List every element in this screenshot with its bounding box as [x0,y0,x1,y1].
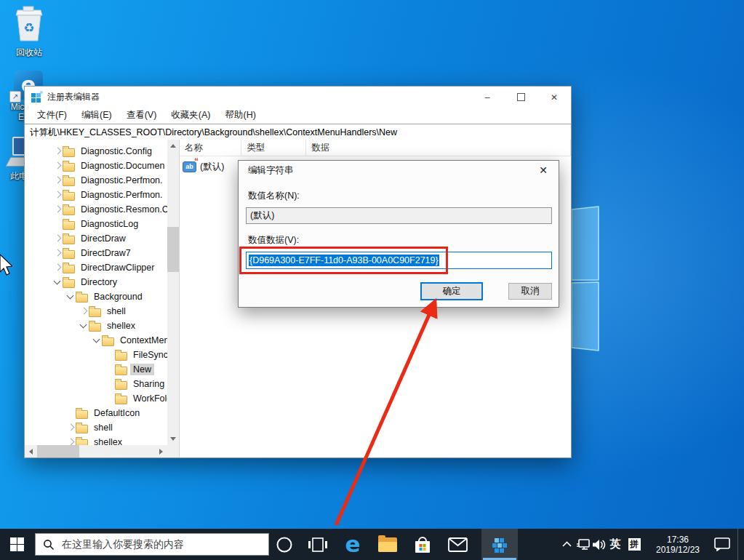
expand-icon[interactable] [52,190,63,200]
tray-network-button[interactable] [575,529,592,560]
network-icon [576,538,591,551]
tree-item-label: Diagnostic.Perfmon. [78,175,166,186]
tree-item[interactable]: shellex [25,319,167,333]
minimize-button[interactable]: – [471,87,504,108]
taskbar-cortana-button[interactable] [268,529,300,560]
menu-item[interactable]: 查看(V) [119,108,164,123]
tree-item[interactable]: shell [25,420,167,435]
dialog-close-icon[interactable]: ✕ [532,162,554,178]
tree-item[interactable]: WorkFolders [25,391,167,406]
tree-item-label: shellex [91,436,125,445]
expand-icon[interactable] [52,233,63,244]
column-header[interactable]: 名称 [180,140,241,156]
chevron-up-icon [562,541,572,548]
desktop-icon-label: 回收站 [6,47,52,57]
collapse-icon[interactable] [52,277,63,287]
expand-icon[interactable] [79,306,89,316]
tree-item[interactable]: DirectDraw7 [25,246,167,260]
regedit-icon [492,537,508,553]
tree-item[interactable]: DirectDraw [25,231,167,246]
tree-item[interactable]: Sharing [25,377,167,391]
menu-item[interactable]: 文件(F) [30,108,74,123]
scroll-down-icon[interactable] [167,433,179,445]
tree-item[interactable]: Diagnostic.Documen [25,159,167,173]
cortana-icon [276,536,293,553]
tree-item[interactable]: shellex [25,435,167,445]
tree-item[interactable]: Diagnostic.Perfmon. [25,173,167,188]
expand-icon[interactable] [52,175,63,185]
maximize-button[interactable] [504,87,537,108]
expand-icon[interactable] [65,437,76,445]
tree-item-label: DirectDrawClipper [78,262,157,273]
regedit-app-icon [31,92,41,103]
tree-item[interactable]: New [25,362,167,377]
tray-volume-button[interactable] [591,529,607,560]
tree-item-label: DiagnosticLog [78,218,141,230]
address-bar[interactable]: 计算机\HKEY_CLASSES_ROOT\Directory\Backgrou… [25,124,571,141]
taskbar-mail-button[interactable] [441,529,473,560]
tree-item[interactable]: Diagnostic.Perfmon. [25,188,167,202]
scrollbar-thumb[interactable] [167,227,179,272]
taskbar-store-button[interactable] [407,529,439,560]
expand-icon[interactable] [52,161,63,171]
collapse-icon[interactable] [92,335,102,345]
svg-text:♻: ♻ [23,20,34,35]
value-name-field[interactable] [246,207,552,224]
list-header: 名称类型数据 [180,140,571,156]
tray-language-indicator[interactable]: 英 [607,529,624,560]
scroll-up-icon[interactable] [167,140,179,152]
regedit-titlebar[interactable]: 注册表编辑器 – ✕ [25,87,571,108]
folder-icon [63,163,75,172]
show-desktop-button[interactable] [737,529,744,560]
tree-item[interactable]: ContextMenuHandlers [25,333,167,348]
taskbar-regedit-button-active[interactable] [481,529,518,560]
collapse-icon[interactable] [79,321,89,331]
tree-item-label: Diagnostic.Config [78,145,155,157]
tree-item[interactable]: DiagnosticLog [25,217,167,231]
tree-item[interactable]: Diagnostic.Resmon.C [25,202,167,217]
cancel-button[interactable]: 取消 [508,283,552,300]
ok-button[interactable]: 确定 [420,282,483,300]
expand-icon[interactable] [52,146,63,156]
tray-action-center-button[interactable] [710,529,735,560]
menu-item[interactable]: 帮助(H) [217,108,263,123]
taskbar-file-explorer-button[interactable] [372,529,404,560]
tree-horizontal-scrollbar[interactable] [25,445,167,457]
tree-item[interactable]: Background [25,289,167,304]
collapse-icon[interactable] [65,292,76,302]
tree-item[interactable]: Diagnostic.Config [25,144,167,159]
tree-item[interactable]: DirectDrawClipper [25,260,167,275]
tray-clock[interactable]: 17:36 2019/12/23 [649,529,707,560]
folder-icon [76,439,88,446]
menu-item[interactable]: 编辑(E) [74,108,119,123]
folder-icon [63,221,75,230]
tree-item[interactable]: FileSyncEx [25,348,167,362]
column-header[interactable]: 类型 [241,140,306,156]
desktop-icon-recycle-bin[interactable]: ♻ 回收站 [6,6,52,57]
expand-icon[interactable] [52,263,63,273]
search-placeholder: 在这里输入你要搜索的内容 [62,538,184,551]
expand-icon[interactable] [65,423,76,433]
tray-show-hidden-icons-button[interactable] [559,529,575,560]
taskbar-search-box[interactable]: 在这里输入你要搜索的内容 [35,533,269,556]
tree-item[interactable]: DefaultIcon [25,406,167,420]
expand-icon[interactable] [52,204,63,215]
tree-item[interactable]: shell [25,304,167,319]
scroll-right-icon[interactable] [155,445,167,457]
expand-icon[interactable] [52,248,63,258]
tree-vertical-scrollbar[interactable] [167,140,179,445]
start-button[interactable] [0,529,35,560]
action-center-icon [714,537,730,551]
taskbar-edge-button[interactable]: e [337,529,369,560]
dialog-titlebar[interactable]: 编辑字符串 ✕ [239,161,559,180]
scrollbar-thumb[interactable] [37,445,79,457]
edit-string-dialog: 编辑字符串 ✕ 数值名称(N): 数值数据(V): {D969A300-E7FF… [238,160,559,308]
scroll-left-icon[interactable] [25,445,37,457]
tray-ime-mode-button[interactable]: 拼 [625,529,643,560]
windows-logo-icon [10,537,25,552]
tree-item[interactable]: Directory [25,275,167,289]
close-button[interactable]: ✕ [537,87,571,108]
menu-item[interactable]: 收藏夹(A) [164,108,217,123]
column-header[interactable]: 数据 [306,140,571,156]
taskbar-task-view-button[interactable] [302,529,334,560]
